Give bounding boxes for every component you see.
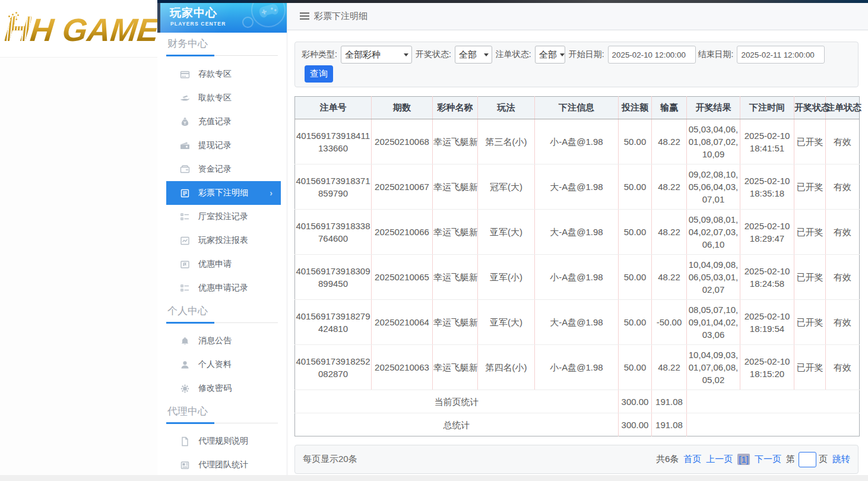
decor-ring2-icon	[242, 17, 254, 28]
cell-bet-time: 2025-02-10 18:24:58	[740, 255, 794, 300]
end-date-input[interactable]	[737, 46, 825, 64]
column-header-draw-status: 开奖状态	[794, 97, 826, 119]
cell-draw-result: 10,04,09,03,01,07,06,08,05,02	[687, 345, 740, 390]
page-jump-input[interactable]	[799, 452, 816, 467]
menu-toggle-icon[interactable]	[300, 12, 309, 21]
table-header-row: 注单号期数彩种名称玩法下注信息投注额输赢开奖结果下注时间开奖状态注单状态	[295, 97, 860, 119]
bet-status-select[interactable]: 全部	[535, 46, 565, 64]
lottery-bet-detail-icon	[180, 188, 190, 198]
cell-bet-info: 小-A盘@1.98	[535, 345, 619, 390]
cell-bet-time: 2025-02-10 18:41:51	[740, 119, 794, 164]
sidebar-item-label: 取款专区	[198, 93, 232, 103]
bet-detail-table: 注单号期数彩种名称玩法下注信息投注额输赢开奖结果下注时间开奖状态注单状态 401…	[294, 96, 860, 436]
chevron-down-icon	[560, 53, 565, 59]
draw-status-select[interactable]: 全部	[455, 46, 492, 64]
cell-order-no: 401569173918411133660	[295, 119, 372, 164]
jump-suffix-label: 页	[819, 454, 828, 465]
end-date-label: 结束日期:	[698, 49, 734, 60]
filter-panel: 彩种类型: 全部彩种 开奖状态: 全部 注单状态: 全部 开始日期: 结束日期:…	[294, 42, 859, 87]
sidebar-item-promo-record[interactable]: 优惠申请记录	[166, 276, 281, 300]
cell-bet-amount: 50.00	[619, 119, 652, 164]
section-divider	[166, 55, 278, 56]
sidebar-item-deposit[interactable]: 存款专区	[166, 62, 281, 86]
sidebar-left-edge	[157, 0, 160, 33]
page-size-text: 每页显示20条	[303, 454, 357, 465]
stats-bet-total: 300.00	[619, 413, 652, 436]
sidebar-item-password[interactable]: 修改密码	[166, 376, 281, 400]
sidebar-item-agent-rules[interactable]: 代理规则说明	[166, 429, 281, 453]
stats-row-current-page: 当前页统计300.00191.08	[295, 390, 860, 413]
cell-order-no: 401569173918371859790	[295, 164, 372, 210]
table-row: 40156917391837185979020250210067幸运飞艇新冠军(…	[295, 164, 860, 210]
cell-draw-status: 已开奖	[794, 345, 826, 390]
sidebar-item-lottery-bet-detail[interactable]: 彩票下注明细›	[166, 181, 281, 205]
cell-lottery-name: 幸运飞艇新	[433, 300, 478, 345]
sidebar-item-promo-apply[interactable]: 优惠申请	[166, 252, 281, 276]
withdraw-icon	[180, 93, 190, 103]
stats-empty	[687, 413, 860, 436]
main-content: 彩票下注明细 彩种类型: 全部彩种 开奖状态: 全部 注单状态: 全部 开始日期…	[287, 0, 868, 481]
sidebar-item-agent-team-stats[interactable]: 代理团队统计	[166, 453, 281, 477]
query-button[interactable]: 查询	[305, 65, 333, 83]
total-count-text: 共6条	[656, 454, 679, 465]
sidebar-item-announcement[interactable]: 消息公告	[166, 329, 281, 353]
cell-play-type: 第四名(小)	[478, 345, 535, 390]
next-page-link[interactable]: 下一页	[755, 454, 781, 465]
cell-lottery-name: 幸运飞艇新	[433, 210, 478, 255]
bottom-strip	[0, 475, 868, 481]
cell-play-type: 亚军(大)	[478, 300, 535, 345]
sidebar-item-funds-record[interactable]: 资金记录	[166, 157, 281, 181]
stats-empty	[687, 390, 860, 413]
pagination-bar: 每页显示20条 共6条 首页 上一页 [1] 下一页 第 页 跳转	[294, 445, 859, 474]
cell-win-loss: 48.22	[652, 345, 687, 390]
site-logo: HH GAME	[3, 12, 161, 47]
cell-bet-info: 小-A盘@1.98	[535, 119, 619, 164]
cell-bet-status: 有效	[826, 345, 860, 390]
cell-period: 20250210065	[372, 255, 433, 300]
sidebar-item-profile[interactable]: 个人资料	[166, 353, 281, 376]
stats-bet-total: 300.00	[619, 390, 652, 413]
sidebar-item-player-bet-report[interactable]: 玩家投注报表	[166, 229, 281, 252]
cell-bet-status: 有效	[826, 255, 860, 300]
sidebar-item-label: 彩票下注明细	[198, 188, 248, 198]
stats-label: 总统计	[295, 413, 619, 436]
sidebar-item-label: 资金记录	[198, 164, 232, 175]
cell-bet-time: 2025-02-10 18:29:47	[740, 210, 794, 255]
cell-bet-info: 大-A盘@1.98	[535, 300, 619, 345]
cell-order-no: 401569173918309899450	[295, 255, 372, 300]
cell-draw-status: 已开奖	[794, 119, 826, 164]
sidebar-item-hall-bet-record[interactable]: 厅室投注记录	[166, 205, 281, 229]
cell-bet-status: 有效	[826, 164, 860, 210]
stats-win-total: 191.08	[652, 390, 687, 413]
prev-page-link[interactable]: 上一页	[706, 454, 733, 465]
window-top-strip	[157, 0, 868, 3]
sidebar-item-recharge-record[interactable]: 充值记录	[166, 110, 281, 134]
column-header-win-loss: 输赢	[652, 97, 687, 119]
cell-draw-result: 08,05,07,10,09,01,04,02,03,06	[687, 300, 740, 345]
table-row: 40156917391833876460020250210066幸运飞艇新亚军(…	[295, 210, 860, 255]
sidebar-item-withdraw[interactable]: 取款专区	[166, 86, 281, 110]
column-header-bet-info: 下注信息	[535, 97, 619, 119]
table-row: 40156917391825208287020250210063幸运飞艇新第四名…	[295, 345, 860, 390]
cell-bet-info: 大-A盘@1.98	[535, 164, 619, 210]
jump-action-link[interactable]: 跳转	[832, 454, 850, 465]
first-page-link[interactable]: 首页	[683, 454, 701, 465]
lottery-type-select[interactable]: 全部彩种	[341, 46, 412, 64]
cell-bet-amount: 50.00	[619, 345, 652, 390]
cell-order-no: 401569173918338764600	[295, 210, 372, 255]
sidebar-item-withdrawal-record[interactable]: 提现记录	[166, 134, 281, 157]
jump-prefix-label: 第	[786, 454, 795, 465]
sidebar-item-label: 个人资料	[198, 359, 232, 370]
recharge-record-icon	[180, 117, 190, 127]
column-header-lottery-name: 彩种名称	[433, 97, 478, 119]
start-date-input[interactable]	[608, 46, 696, 64]
sidebar-item-label: 代理团队统计	[198, 460, 248, 470]
stats-row-total: 总统计300.00191.08	[295, 413, 860, 436]
cell-draw-result: 05,03,04,06,01,08,07,02,10,09	[687, 119, 740, 164]
cell-play-type: 第三名(小)	[478, 119, 535, 164]
stats-label: 当前页统计	[295, 390, 619, 413]
sidebar-header: 玩家中心 PLAYERS CENTER	[157, 0, 287, 33]
promo-record-icon	[180, 283, 190, 293]
promo-apply-icon	[180, 260, 190, 270]
start-date-label: 开始日期:	[569, 49, 604, 60]
